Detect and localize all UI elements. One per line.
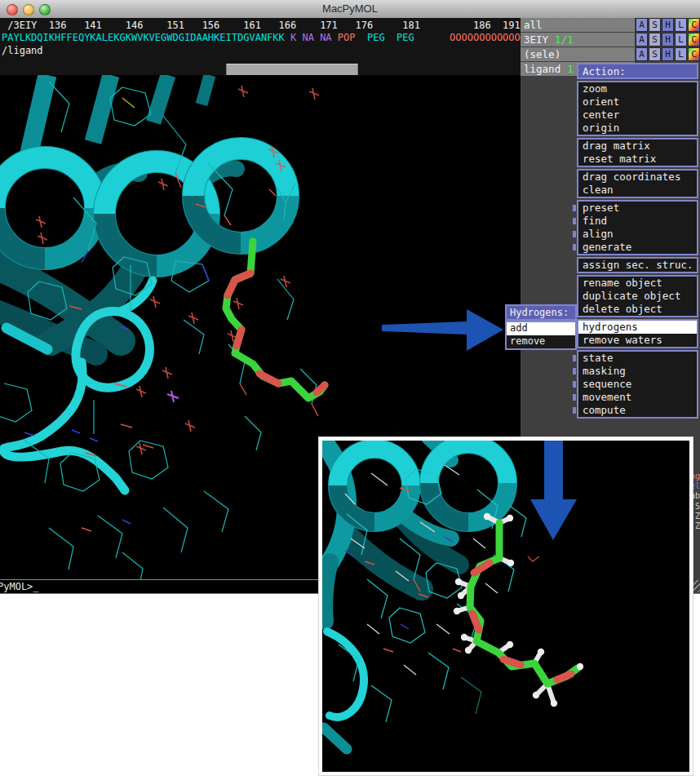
menu-item-duplicate-object[interactable]: duplicate object (578, 290, 697, 303)
inset-loop-tube (327, 632, 364, 717)
object-state: 1/1 (555, 33, 574, 46)
sequence-scrollbar-track[interactable] (0, 60, 521, 75)
action-menu: Action: zoom orient center origin drag m… (577, 63, 698, 419)
label-button[interactable]: L (675, 47, 687, 61)
helix-ribbon (0, 148, 288, 266)
show-button[interactable]: S (649, 33, 661, 47)
menu-item-sequence[interactable]: sequence (578, 378, 697, 391)
object-row-sele[interactable]: (sele) A S H L C (521, 47, 700, 61)
menu-group-matrix: drag matrix reset matrix (577, 138, 698, 167)
menu-item-remove-waters[interactable]: remove waters (578, 334, 697, 347)
menu-group-object: rename object duplicate object delete ob… (577, 275, 698, 317)
sequence-ruler: /3EIY 136 141 146 151 156 161 166 171 17… (2, 20, 521, 31)
show-button[interactable]: S (649, 47, 661, 61)
command-prompt[interactable]: PyMOL>_ (0, 581, 39, 592)
menu-item-rename-object[interactable]: rename object (578, 277, 697, 290)
menu-item-origin[interactable]: origin (578, 122, 697, 135)
hide-button[interactable]: H (662, 33, 674, 47)
menu-group-secstruc: assign sec. struc. (577, 257, 698, 273)
inset-molecule-scene (322, 441, 689, 772)
sequence-waters[interactable]: OOOOOOOOOOOO (414, 32, 521, 43)
menu-item-compute[interactable]: compute (578, 404, 697, 417)
object-row-3eiy[interactable]: 3EIY1/1 A S H L C (521, 33, 700, 47)
menu-item-orient[interactable]: orient (578, 95, 697, 109)
object-label[interactable]: 3EIY (524, 33, 548, 46)
hydrogens-submenu-items: add remove (505, 321, 577, 350)
object-state: 1 (567, 63, 574, 75)
action-button[interactable]: A (636, 47, 648, 61)
sequence-pop[interactable]: POP (332, 32, 356, 43)
menu-item-drag-coordinates[interactable]: drag coordinates (578, 171, 697, 184)
color-button[interactable]: C (688, 18, 700, 32)
menu-group-hydrogens: hydrogens remove waters (577, 319, 698, 348)
object-label[interactable]: ligand (524, 63, 560, 75)
ligand-sticks (226, 242, 325, 398)
hydrogens-submenu: Hydrogens: add remove (505, 304, 577, 350)
sequence-protein[interactable]: PAYLKDQIKHFFEQYKALEKGKWVKVEGWDGIDAAHKEIT… (2, 32, 285, 43)
sequence-peg[interactable]: PEG PEG (355, 32, 414, 43)
sequence-scrollbar-thumb[interactable] (226, 64, 358, 76)
menu-item-reset-matrix[interactable]: reset matrix (578, 153, 697, 166)
macpymol-screen: MacPyMOL /3EIY 136 141 146 151 156 161 1… (0, 0, 700, 780)
ion-cross (167, 391, 179, 402)
title-bar[interactable]: MacPyMOL (0, 0, 700, 19)
menu-group-preset: preset find align generate (577, 200, 698, 255)
action-button[interactable]: A (636, 33, 648, 47)
menu-item-find[interactable]: find (578, 215, 697, 228)
right-arrow-icon (382, 309, 503, 351)
menu-item-delete-object[interactable]: delete object (578, 303, 697, 316)
color-button[interactable]: C (688, 47, 700, 61)
down-arrow-icon (530, 441, 577, 540)
menu-item-center[interactable]: center (578, 109, 697, 122)
inset-ligand-sticks (454, 513, 583, 707)
menu-item-masking[interactable]: masking (578, 365, 697, 378)
menu-item-generate[interactable]: generate (578, 241, 697, 254)
hide-button[interactable]: H (662, 47, 674, 61)
window-title: MacPyMOL (0, 2, 700, 15)
label-button[interactable]: L (675, 18, 687, 32)
label-button[interactable]: L (675, 33, 687, 47)
sequence-ions[interactable]: K NA NA (285, 32, 332, 43)
menu-group-view: zoom orient center origin (577, 81, 698, 136)
menu-item-assign-sec-struc[interactable]: assign sec. struc. (578, 259, 697, 272)
menu-item-clean[interactable]: clean (578, 184, 697, 197)
object-row-all[interactable]: all A S H L C (521, 18, 700, 32)
inset-helix-ribbon (338, 444, 507, 522)
action-menu-title: Action: (577, 63, 698, 79)
menu-item-zoom[interactable]: zoom (578, 82, 697, 95)
object-label[interactable]: all (524, 19, 543, 31)
sequence-line[interactable]: PAYLKDQIKHFFEQYKALEKGKWVKVEGWDGIDAAHKEIT… (2, 32, 521, 43)
sequence-object-label: /ligand (2, 45, 43, 56)
action-button[interactable]: A (636, 18, 648, 32)
hide-button[interactable]: H (662, 18, 674, 32)
menu-item-movement[interactable]: movement (578, 391, 697, 404)
menu-group-coordinates: drag coordinates clean (577, 169, 698, 198)
result-inset (319, 437, 693, 775)
menu-group-misc: state masking sequence movement compute (577, 350, 698, 419)
annotation-arrow-right (375, 298, 526, 362)
menu-item-drag-matrix[interactable]: drag matrix (578, 140, 697, 153)
submenu-item-add[interactable]: add (507, 322, 575, 335)
menu-item-state[interactable]: state (578, 352, 697, 365)
menu-item-preset[interactable]: preset (578, 202, 697, 215)
sequence-viewer[interactable]: /3EIY 136 141 146 151 156 161 166 171 17… (0, 18, 521, 75)
show-button[interactable]: S (649, 18, 661, 32)
submenu-item-remove[interactable]: remove (507, 335, 575, 348)
inset-canvas (322, 441, 689, 772)
menu-item-align[interactable]: align (578, 228, 697, 241)
hydrogens-submenu-title: Hydrogens: (505, 304, 577, 321)
object-label[interactable]: (sele) (524, 48, 560, 60)
color-button[interactable]: C (688, 33, 700, 47)
menu-item-hydrogens[interactable]: hydrogens (578, 321, 697, 334)
